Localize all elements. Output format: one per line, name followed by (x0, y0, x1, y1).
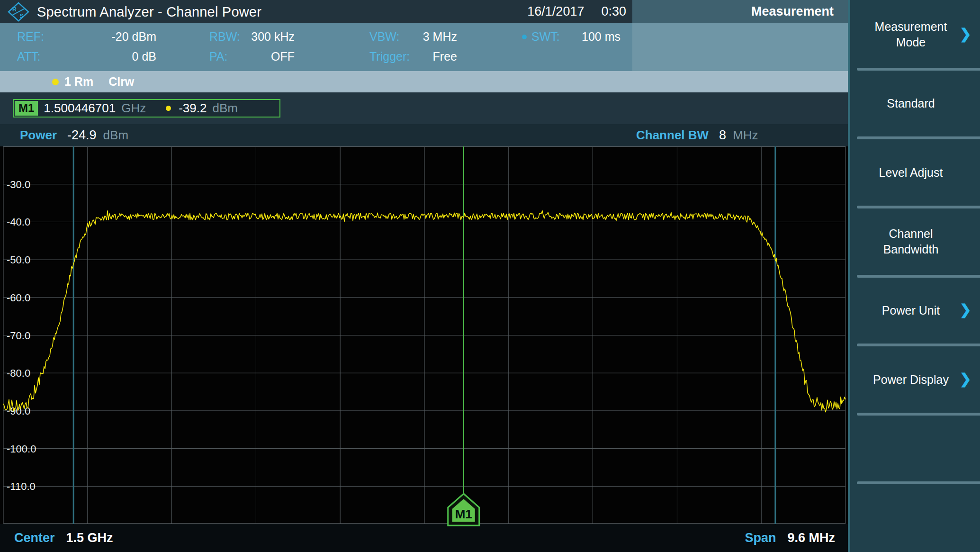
vbw-label: VBW: (369, 29, 399, 44)
marker-level-unit: dBm (212, 101, 237, 116)
channel-bw-label: Channel BW (636, 128, 709, 143)
marker-level-value: -39.2 (179, 101, 207, 116)
sidebar-button-label: Level Adjust (867, 165, 964, 181)
marker-row: M1 1.500446701 GHz -39.2 dBm (0, 92, 848, 124)
settings-right-pane (632, 23, 848, 71)
sidebar-button-empty-7 (850, 414, 980, 483)
sidebar-button-empty-8 (850, 483, 980, 552)
date-label: 16/1/2017 (527, 4, 584, 19)
att-value[interactable]: 0 dB (57, 49, 156, 63)
power-unit: dBm (103, 128, 128, 143)
trigger-value[interactable]: Free (406, 49, 457, 63)
trace-number: 1 Rm (64, 75, 93, 89)
chevron-right-icon: ❯ (960, 26, 971, 42)
sidebar-button-standard[interactable]: Standard (850, 69, 980, 138)
marker-frequency-value: 1.500446701 (44, 101, 116, 116)
y-axis-tick-label: -30.0 (7, 179, 30, 190)
datetime: 16/1/2017 0:30 (527, 0, 626, 23)
sidebar-button-label: Power Display (861, 372, 970, 388)
spectrum-trace-plot[interactable]: -30.0-40.0-50.0-60.0-70.0-80.0-90.0-100.… (0, 146, 848, 524)
swt-value[interactable]: 100 ms (567, 29, 620, 44)
marker-frequency-unit: GHz (121, 101, 146, 116)
y-axis-tick-label: -80.0 (7, 367, 30, 379)
channel-bw-value[interactable]: 8 (719, 128, 726, 143)
svg-text:S: S (20, 13, 24, 19)
sidebar-button-label: Power Unit (870, 303, 961, 318)
spectrum-chart[interactable]: -30.0-40.0-50.0-60.0-70.0-80.0-90.0-100.… (0, 146, 848, 524)
trigger-label: Trigger: (369, 49, 410, 63)
swt-bullet-icon (522, 35, 527, 39)
pa-value[interactable]: OFF (237, 49, 295, 63)
marker-trace-dot-icon (166, 106, 171, 111)
swt-label: SWT: (531, 29, 560, 44)
main-area: R S Spectrum Analyzer - Channel Power 16… (0, 0, 848, 552)
rbw-label: RBW: (209, 29, 240, 44)
marker-name-chip: M1 (15, 101, 38, 116)
y-axis-tick-label: -70.0 (7, 330, 30, 342)
y-axis-tick-label: -40.0 (7, 216, 30, 228)
chevron-right-icon: ❯ (960, 301, 971, 318)
settings-panel: REF: -20 dBm ATT: 0 dB RBW: 300 kHz PA: … (0, 23, 848, 71)
sidebar-button-measurement-mode[interactable]: Measurement Mode❯ (850, 0, 980, 69)
marker-flag-label: M1 (455, 507, 472, 521)
ref-value[interactable]: -20 dBm (57, 29, 156, 44)
svg-text:R: R (12, 6, 17, 13)
trace-info-bar: 1 Rm Clrw (0, 71, 848, 92)
span-label: Span (745, 531, 776, 545)
power-value: -24.9 (67, 128, 97, 143)
y-axis-tick-label: -100.0 (7, 443, 36, 455)
trace-mode: Clrw (108, 75, 134, 89)
power-label: Power (20, 128, 57, 143)
softkey-sidebar: Measurement Mode❯StandardLevel AdjustCha… (850, 0, 980, 552)
center-label: Center (14, 531, 55, 545)
trace-color-dot-icon (52, 79, 59, 85)
span-value[interactable]: 9.6 MHz (787, 531, 835, 545)
chevron-right-icon: ❯ (960, 371, 971, 387)
sidebar-button-power-display[interactable]: Power Display❯ (850, 345, 980, 414)
marker-readout-box[interactable]: M1 1.500446701 GHz -39.2 dBm (13, 99, 280, 118)
frequency-bar: Center 1.5 GHz Span 9.6 MHz (0, 524, 848, 552)
pa-label: PA: (209, 49, 227, 63)
sidebar-button-channel-bandwidth[interactable]: Channel Bandwidth (850, 207, 980, 276)
y-axis-tick-label: -50.0 (7, 254, 30, 266)
vbw-value[interactable]: 3 MHz (406, 29, 457, 44)
sidebar-button-label: Channel Bandwidth (850, 226, 980, 257)
sidebar-button-label: Standard (874, 96, 955, 111)
center-value[interactable]: 1.5 GHz (66, 531, 113, 545)
sidebar-button-level-adjust[interactable]: Level Adjust (850, 138, 980, 207)
channel-bw-unit: MHz (733, 128, 758, 143)
power-result-row: Power -24.9 dBm Channel BW 8 MHz (0, 124, 848, 146)
sidebar-button-power-unit[interactable]: Power Unit❯ (850, 276, 980, 345)
att-label: ATT: (17, 49, 41, 63)
ref-label: REF: (17, 29, 44, 44)
rohde-schwarz-logo-icon: R S (8, 2, 29, 22)
spectrum-analyzer-screen: R S Spectrum Analyzer - Channel Power 16… (0, 0, 980, 552)
title-bar: R S Spectrum Analyzer - Channel Power 16… (0, 0, 848, 23)
time-label: 0:30 (601, 4, 626, 19)
page-title: Spectrum Analyzer - Channel Power (37, 0, 261, 23)
mode-header: Measurement (632, 0, 848, 23)
rbw-value[interactable]: 300 kHz (237, 29, 295, 44)
y-axis-tick-label: -60.0 (7, 292, 30, 304)
y-axis-tick-label: -110.0 (7, 480, 36, 492)
